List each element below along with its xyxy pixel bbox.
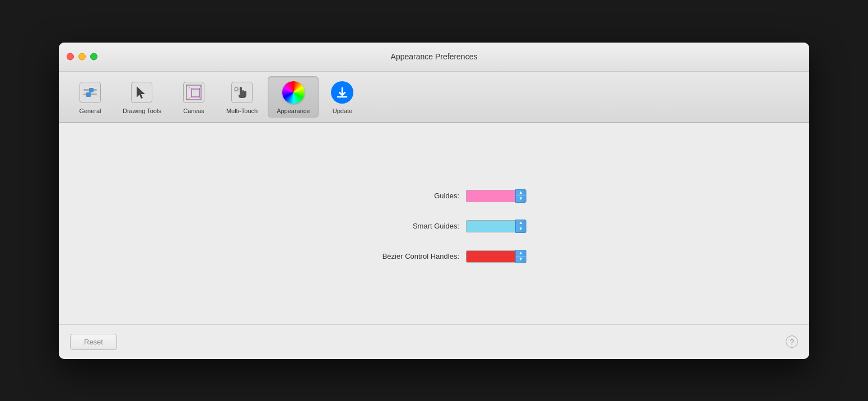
smart-guides-stepper-down[interactable]: ▼ bbox=[516, 226, 526, 232]
toolbar-label-drawing-tools: Drawing Tools bbox=[123, 108, 161, 114]
smart-guides-row: Smart Guides: ▲ ▼ bbox=[342, 220, 526, 233]
toolbar-label-multi-touch: Multi-Touch bbox=[226, 108, 258, 114]
sliders-icon bbox=[80, 82, 101, 103]
smart-guides-color-picker[interactable]: ▲ ▼ bbox=[466, 220, 526, 233]
slider-line-1 bbox=[83, 89, 97, 91]
canvas-icon-container bbox=[181, 80, 207, 105]
guides-stepper-down[interactable]: ▼ bbox=[516, 196, 526, 202]
minimize-button[interactable] bbox=[78, 53, 86, 60]
main-content: Guides: ▲ ▼ Smart Guides: ▲ ▼ bbox=[59, 123, 809, 324]
toolbar-label-appearance: Appearance bbox=[277, 108, 310, 114]
toolbar-item-drawing-tools[interactable]: Drawing Tools bbox=[114, 76, 170, 118]
svg-rect-1 bbox=[186, 85, 201, 100]
window-title: Appearance Preferences bbox=[391, 52, 478, 61]
toolbar-item-multi-touch[interactable]: Multi-Touch bbox=[217, 76, 267, 118]
cursor-icon bbox=[131, 82, 152, 103]
bezier-stepper-down[interactable]: ▼ bbox=[516, 257, 526, 263]
bezier-color-swatch[interactable] bbox=[466, 250, 515, 263]
settings-grid: Guides: ▲ ▼ Smart Guides: ▲ ▼ bbox=[342, 189, 526, 263]
toolbar-item-canvas[interactable]: Canvas bbox=[171, 76, 216, 118]
slider-handle-2 bbox=[86, 92, 91, 97]
guides-stepper-up[interactable]: ▲ bbox=[516, 190, 526, 197]
svg-line-3 bbox=[186, 85, 192, 89]
smart-guides-stepper-up[interactable]: ▲ bbox=[516, 220, 526, 227]
title-bar: Appearance Preferences bbox=[59, 43, 809, 72]
smart-guides-stepper[interactable]: ▲ ▼ bbox=[515, 220, 526, 233]
general-icon-container bbox=[77, 80, 103, 105]
slider-handle-1 bbox=[89, 88, 94, 92]
reset-button[interactable]: Reset bbox=[70, 334, 117, 350]
touch-icon bbox=[231, 82, 253, 103]
bezier-color-picker[interactable]: ▲ ▼ bbox=[466, 250, 526, 263]
guides-stepper[interactable]: ▲ ▼ bbox=[515, 189, 526, 203]
close-button[interactable] bbox=[67, 53, 74, 60]
toolbar-label-update: Update bbox=[333, 108, 352, 114]
bezier-stepper-up[interactable]: ▲ bbox=[516, 250, 526, 257]
svg-rect-2 bbox=[192, 89, 199, 97]
slider-line-2 bbox=[83, 94, 97, 95]
toolbar-item-appearance[interactable]: Appearance bbox=[268, 76, 319, 118]
preferences-window: Appearance Preferences General bbox=[59, 43, 809, 359]
help-button[interactable]: ? bbox=[786, 335, 798, 348]
color-wheel-icon bbox=[282, 81, 305, 104]
toolbar: General Drawing Tools bbox=[59, 72, 809, 123]
traffic-lights bbox=[67, 53, 97, 60]
smart-guides-label: Smart Guides: bbox=[342, 222, 459, 230]
svg-marker-0 bbox=[137, 86, 145, 99]
smart-guides-color-swatch[interactable] bbox=[466, 220, 515, 232]
svg-point-7 bbox=[235, 87, 238, 91]
maximize-button[interactable] bbox=[90, 53, 97, 60]
drawing-tools-icon-container bbox=[129, 80, 155, 105]
download-icon bbox=[331, 81, 353, 104]
bottom-bar: Reset ? bbox=[59, 324, 809, 359]
toolbar-item-general[interactable]: General bbox=[68, 76, 113, 118]
guides-row: Guides: ▲ ▼ bbox=[342, 189, 526, 203]
update-icon-container bbox=[329, 80, 355, 105]
toolbar-label-general: General bbox=[79, 108, 101, 114]
toolbar-item-update[interactable]: Update bbox=[320, 76, 365, 118]
guides-label: Guides: bbox=[342, 192, 459, 200]
bezier-row: Bézier Control Handles: ▲ ▼ bbox=[342, 250, 526, 263]
guides-color-picker[interactable]: ▲ ▼ bbox=[466, 189, 526, 203]
bezier-stepper[interactable]: ▲ ▼ bbox=[515, 250, 526, 263]
guides-color-swatch[interactable] bbox=[466, 190, 515, 202]
multi-touch-icon-container bbox=[229, 80, 255, 105]
appearance-icon-container bbox=[281, 80, 306, 105]
toolbar-label-canvas: Canvas bbox=[183, 108, 204, 114]
bezier-label: Bézier Control Handles: bbox=[342, 252, 459, 260]
canvas-icon bbox=[183, 82, 204, 103]
